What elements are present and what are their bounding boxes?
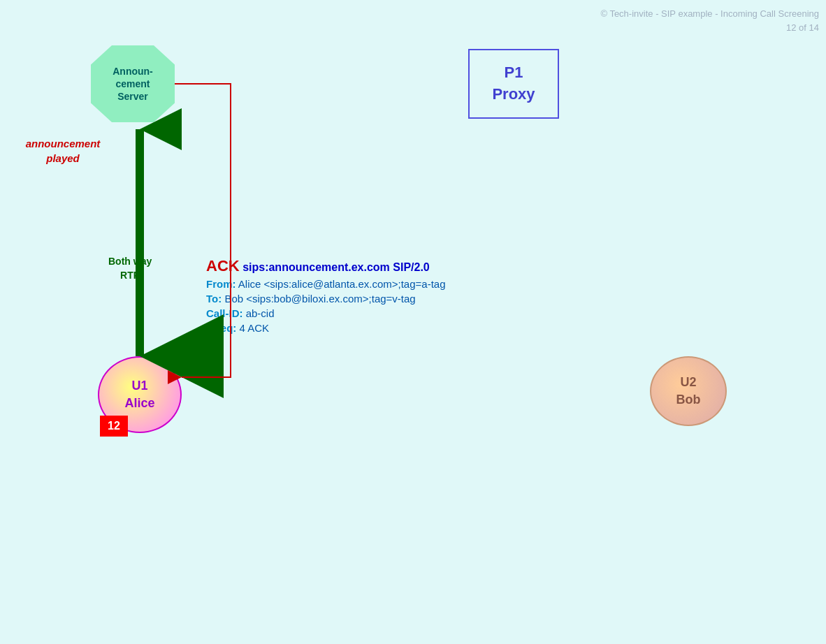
ack-title-line: ACK sips:announcement.ex.com SIP/2.0 bbox=[206, 257, 445, 275]
rtp-label: Both way RTP bbox=[108, 255, 152, 282]
ack-to: To: Bob <sips:bob@biloxi.ex.com>;tag=v-t… bbox=[206, 293, 445, 305]
watermark-line1: © Tech-invite - SIP example - Incoming C… bbox=[600, 7, 819, 21]
ack-method: ACK bbox=[206, 257, 240, 275]
announcement-played-label: announcementplayed bbox=[14, 136, 112, 166]
ack-from: From: Alice <sips:alice@atlanta.ex.com>;… bbox=[206, 278, 445, 290]
announcement-server-shape: Announ-cementServer bbox=[91, 45, 175, 122]
proxy-label: P1 Proxy bbox=[492, 62, 535, 105]
watermark: © Tech-invite - SIP example - Incoming C… bbox=[600, 7, 819, 34]
announcement-text: announcementplayed bbox=[14, 136, 112, 166]
ack-cseq: CSeq: 4 ACK bbox=[206, 322, 445, 334]
alice-label: U1 Alice bbox=[124, 377, 154, 412]
announcement-server: Announ-cementServer bbox=[91, 45, 175, 122]
announcement-server-label: Announ-cementServer bbox=[113, 65, 153, 103]
ack-message: ACK sips:announcement.ex.com SIP/2.0 Fro… bbox=[206, 257, 445, 334]
p1-proxy: P1 Proxy bbox=[468, 49, 559, 119]
ack-uri: sips:announcement.ex.com SIP/2.0 bbox=[242, 261, 430, 273]
u2-bob: U2 Bob bbox=[650, 356, 727, 426]
watermark-line2: 12 of 14 bbox=[600, 21, 819, 35]
ack-callid: Call-ID: ab-cid bbox=[206, 307, 445, 319]
step-badge: 12 bbox=[100, 416, 128, 437]
bob-label: U2 Bob bbox=[676, 374, 701, 409]
